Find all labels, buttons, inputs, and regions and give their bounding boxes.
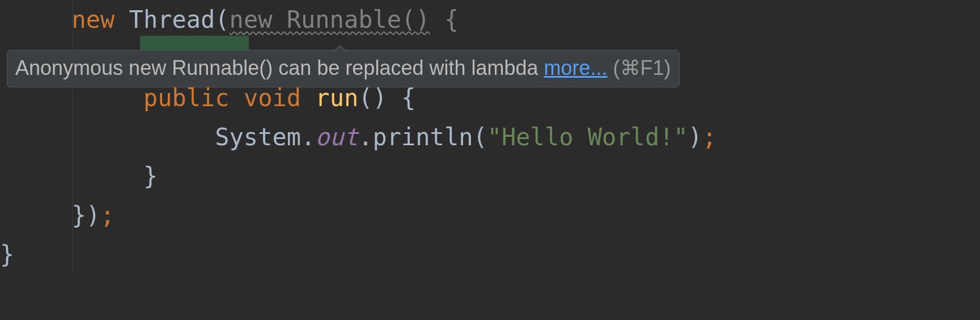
field-out: out	[315, 123, 358, 151]
tooltip-arrow-icon	[333, 45, 347, 52]
code-line[interactable]: System.out.println("Hello World!");	[0, 117, 980, 157]
code-line[interactable]: }	[0, 235, 980, 274]
string-literal: "Hello World!"	[487, 123, 688, 151]
code-editor[interactable]: new Thread(new Runnable() { public void …	[0, 0, 980, 274]
code-line[interactable]: });	[0, 196, 980, 235]
inspection-tooltip: Anonymous new Runnable() can be replaced…	[7, 50, 680, 87]
inspection-warning-underline[interactable]: new Runnable()	[230, 6, 430, 33]
code-line[interactable]: new Thread(new Runnable() {	[0, 0, 980, 39]
class-system: System.	[215, 123, 315, 151]
code-line[interactable]: }	[0, 157, 980, 196]
class-thread: Thread	[129, 6, 215, 33]
tooltip-message: Anonymous new Runnable() can be replaced…	[15, 56, 544, 79]
method-println: .println(	[358, 123, 487, 151]
keyword-void: void	[244, 84, 301, 112]
keyword-public: public	[143, 84, 230, 112]
method-run: run	[315, 84, 358, 112]
tooltip-shortcut: (⌘F1)	[608, 56, 671, 79]
keyword-new: new	[71, 6, 114, 33]
tooltip-more-link[interactable]: more...	[544, 56, 608, 79]
